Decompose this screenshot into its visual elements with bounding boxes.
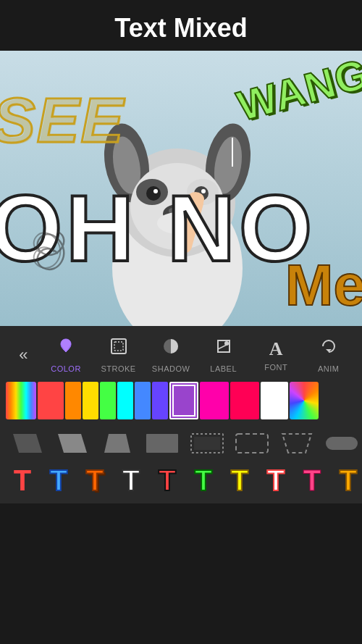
font-style-9[interactable]: T [295,466,329,495]
shape-parallelogram-outline[interactable] [278,430,316,457]
toolbar-item-color[interactable]: COLOR [44,336,88,373]
font-style-3[interactable]: T [78,466,111,495]
shape-trapezoid[interactable] [98,430,136,457]
shape-rectangle-dashed[interactable] [233,430,271,457]
font-style-8[interactable]: T [259,466,292,495]
canvas-area: SEE WANG OH NO Me [0,51,362,326]
toolbar-color-label: COLOR [51,364,81,373]
font-style-6[interactable]: T [187,466,220,495]
font-icon: A [269,338,283,360]
toolbar-label-label: LABEL [210,364,237,373]
svg-line-23 [218,343,230,349]
shape-rectangle-outline[interactable] [143,430,181,457]
shadow-icon [161,336,181,361]
color-swatch-indigo[interactable] [152,382,168,419]
font-style-1[interactable]: T [6,466,39,495]
toolbar-font-label: FONT [264,363,287,372]
svg-marker-31 [282,434,311,453]
shape-pill[interactable] [323,430,361,457]
anim-icon [319,336,339,361]
svg-rect-27 [146,434,178,453]
svg-rect-20 [114,342,123,351]
svg-marker-24 [13,434,42,453]
toolbar-item-label[interactable]: LABEL [202,336,245,373]
shape-parallelogram-dark[interactable] [9,430,46,457]
toolbar-icons: « COLOR STROKE [0,333,362,376]
toolbar-shadow-label: SHADOW [152,364,190,373]
toolbar-item-stroke[interactable]: STROKE [97,336,140,373]
color-swatch-crimson[interactable] [230,382,259,419]
color-swatch-magenta[interactable] [200,382,229,419]
font-style-7[interactable]: T [223,466,256,495]
toolbar-anim-label: ANIM [318,364,340,373]
shape-parallelogram-mid[interactable] [54,430,91,457]
color-swatch-white[interactable] [261,382,288,419]
shape-rectangle-dotted[interactable] [188,430,226,457]
back-button[interactable]: « [12,346,35,364]
shape-palette [0,425,362,461]
toolbar-item-shadow[interactable]: SHADOW [149,336,193,373]
label-icon [214,336,234,361]
color-swatch-yellow[interactable] [83,382,98,419]
svg-rect-19 [111,339,126,354]
color-swatch-cyan[interactable] [117,382,133,419]
header: Text Mixed [0,0,362,51]
svg-rect-32 [326,437,358,450]
color-swatch-blue[interactable] [135,382,151,419]
color-palette [0,376,362,425]
text-me[interactable]: Me [285,252,362,319]
color-swatch-green[interactable] [100,382,116,419]
svg-marker-25 [58,434,87,453]
toolbar-stroke-label: STROKE [101,364,135,373]
svg-rect-30 [236,434,268,453]
svg-marker-26 [104,434,130,453]
text-see[interactable]: SEE [0,83,125,157]
toolbar-item-font[interactable]: A FONT [254,338,298,372]
stroke-icon [109,336,129,361]
color-swatch-orange[interactable] [65,382,81,419]
color-swatch-rainbow[interactable] [6,382,36,419]
color-swatch-multicolor[interactable] [290,382,319,419]
color-swatch-red[interactable] [38,382,64,419]
font-style-2[interactable]: T [42,466,75,495]
page-title: Text Mixed [0,13,362,43]
svg-rect-29 [194,437,220,450]
text-cursor [232,138,233,167]
color-swatch-purple[interactable] [169,382,198,419]
font-style-row: T T T T T T T T T T [0,461,362,499]
font-style-5[interactable]: T [151,466,184,495]
toolbar: « COLOR STROKE [0,326,362,503]
color-icon [56,336,76,361]
toolbar-item-anim[interactable]: ANIM [307,336,350,373]
font-style-10[interactable]: T [332,466,362,495]
font-style-4[interactable]: T [114,466,148,495]
scribble-decoration [22,225,94,283]
